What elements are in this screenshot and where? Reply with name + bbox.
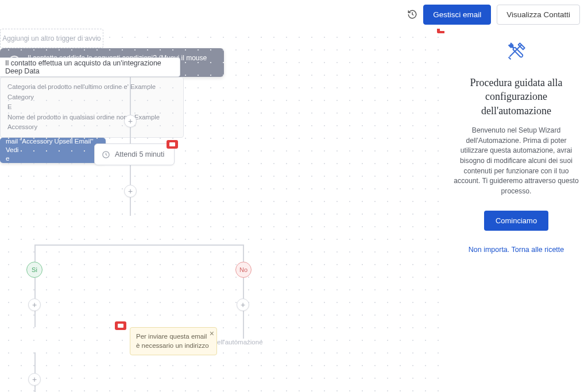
connector-line <box>130 77 131 143</box>
connector-line <box>34 244 243 246</box>
email-warning-tooltip: Per inviare questa email è necessario un… <box>130 327 217 355</box>
connector-line <box>34 352 36 392</box>
clock-icon <box>102 150 110 159</box>
automation-canvas[interactable]: Il contatto effettua un acquisto da un'i… <box>0 29 444 392</box>
wait-label: Attendi 5 minuti <box>115 150 164 158</box>
view-contacts-button[interactable]: Visualizza Contatti <box>497 5 580 25</box>
trigger-label: Il contatto effettua un acquisto da un'i… <box>5 59 172 75</box>
connector-line <box>34 244 36 262</box>
history-icon[interactable] <box>407 9 417 20</box>
add-step-button[interactable]: + <box>28 373 41 386</box>
add-step-button[interactable]: + <box>124 115 137 127</box>
trigger-node[interactable]: Il contatto effettua un acquisto da un'i… <box>0 57 180 77</box>
close-icon[interactable]: × <box>210 329 214 337</box>
tools-icon <box>504 39 529 67</box>
alert-badge <box>167 140 178 149</box>
add-step-button[interactable]: + <box>28 298 41 311</box>
wizard-sidebar: Procedura guidata alla configurazione de… <box>444 29 588 392</box>
wizard-description: Benvenuto nel Setup Wizard dell'Automazi… <box>454 126 579 197</box>
alert-badge <box>437 29 444 33</box>
add-step-button[interactable]: + <box>237 298 249 311</box>
connector-line <box>243 244 244 262</box>
start-wizard-button[interactable]: Cominciamo <box>484 211 548 231</box>
wait-node[interactable]: Attendi 5 minuti <box>94 143 175 165</box>
skip-wizard-link[interactable]: Non importa. Torna alle ricette <box>469 246 564 254</box>
branch-no-badge[interactable]: No <box>235 262 252 278</box>
end-label: ell'automazione <box>217 339 263 346</box>
manage-emails-button[interactable]: Gestisci email <box>423 5 491 25</box>
tooltip-text: Per inviare questa email è necessario un… <box>136 333 209 349</box>
canvas-background <box>0 29 444 392</box>
branch-yes-badge[interactable]: Si <box>26 262 42 278</box>
add-step-button[interactable]: + <box>124 185 137 197</box>
wizard-title: Procedura guidata alla configurazione de… <box>454 76 579 118</box>
alert-badge <box>115 321 126 330</box>
